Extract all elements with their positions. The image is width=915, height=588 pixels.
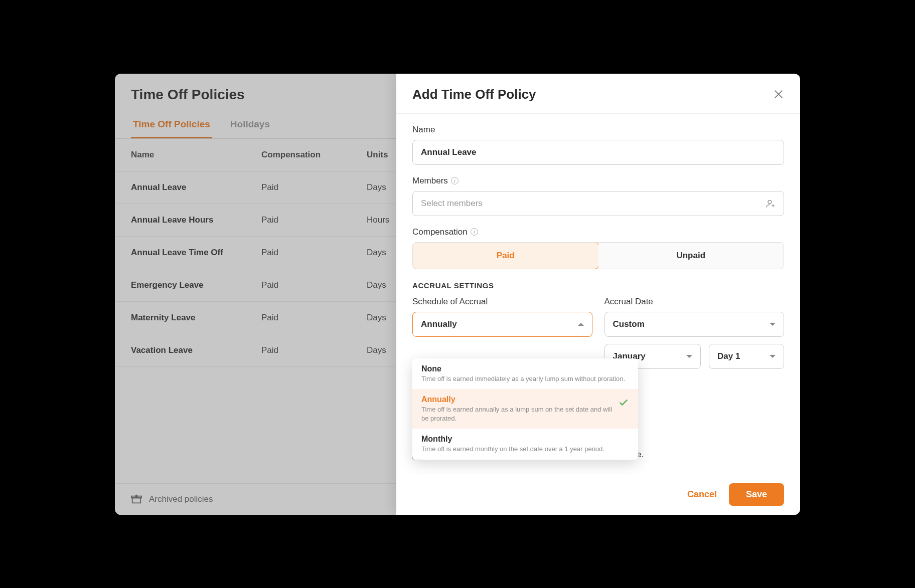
svg-point-0 xyxy=(768,200,772,204)
save-button[interactable]: Save xyxy=(729,483,784,506)
members-placeholder: Select members xyxy=(421,199,483,209)
add-policy-modal: Add Time Off Policy Name Members i Selec… xyxy=(396,74,800,515)
option-desc: Time off is earned annually as a lump su… xyxy=(421,405,618,423)
name-input[interactable] xyxy=(412,140,784,165)
close-icon[interactable] xyxy=(773,89,784,100)
schedule-option-annually[interactable]: Annually Time off is earned annually as … xyxy=(412,389,638,429)
schedule-dropdown-panel: None Time off is earned immediately as a… xyxy=(412,358,638,460)
schedule-value: Annually xyxy=(421,319,457,329)
option-title: Annually xyxy=(421,395,618,404)
add-member-icon xyxy=(766,199,776,209)
schedule-option-none[interactable]: None Time off is earned immediately as a… xyxy=(412,358,638,389)
info-icon[interactable]: i xyxy=(471,228,478,236)
caret-down-icon xyxy=(770,323,776,326)
compensation-paid[interactable]: Paid xyxy=(412,242,599,269)
info-icon[interactable]: i xyxy=(451,177,459,184)
day-select[interactable]: Day 1 xyxy=(709,344,784,369)
schedule-option-monthly[interactable]: Monthly Time off is earned monthly on th… xyxy=(412,429,638,460)
accrual-section-title: ACCRUAL SETTINGS xyxy=(412,281,784,290)
caret-down-icon xyxy=(686,355,692,358)
modal-title: Add Time Off Policy xyxy=(412,87,536,102)
schedule-label: Schedule of Accrual xyxy=(412,297,592,307)
cancel-button[interactable]: Cancel xyxy=(687,489,717,500)
accrual-date-select[interactable]: Custom xyxy=(604,312,785,337)
check-icon xyxy=(618,397,629,408)
caret-down-icon xyxy=(770,355,776,358)
compensation-label: Compensation i xyxy=(412,227,784,237)
compensation-unpaid[interactable]: Unpaid xyxy=(598,243,784,269)
caret-up-icon xyxy=(578,323,584,326)
option-title: Monthly xyxy=(421,435,629,444)
schedule-select[interactable]: Annually xyxy=(412,312,592,337)
accrual-date-value: Custom xyxy=(613,319,645,329)
members-select[interactable]: Select members xyxy=(412,191,784,216)
option-desc: Time off is earned monthly on the set da… xyxy=(421,445,629,454)
members-label: Members i xyxy=(412,176,784,186)
compensation-toggle: Paid Unpaid xyxy=(412,242,784,269)
day-value: Day 1 xyxy=(717,351,740,361)
option-title: None xyxy=(421,364,629,373)
option-desc: Time off is earned immediately as a year… xyxy=(421,374,629,383)
name-label: Name xyxy=(412,125,784,135)
accrual-date-label: Accrual Date xyxy=(604,297,785,307)
